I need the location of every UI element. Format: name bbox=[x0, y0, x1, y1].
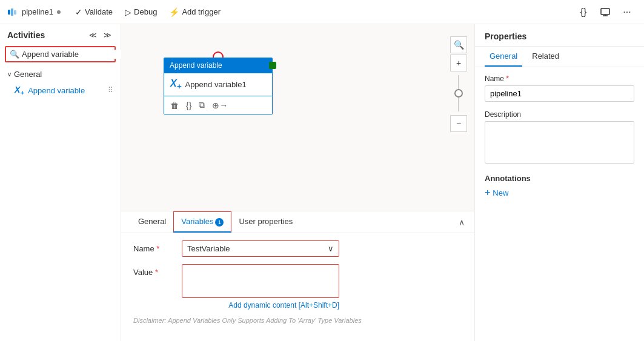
validate-button[interactable]: ✓ Validate bbox=[70, 5, 118, 19]
tab-user-properties[interactable]: User properties bbox=[231, 212, 300, 232]
debug-button[interactable]: ▷ Debug bbox=[120, 5, 162, 19]
sidebar-header-icons: ≪ ≫ bbox=[87, 29, 113, 41]
canvas-area: Append variable X+ Append variable1 🗑 {}… bbox=[121, 24, 474, 341]
name-dropdown[interactable]: TestVariable ∨ bbox=[182, 240, 339, 257]
svg-rect-0 bbox=[8, 10, 10, 15]
tab-general[interactable]: General bbox=[131, 212, 173, 232]
sidebar-category-general[interactable]: ∨ General bbox=[0, 67, 121, 81]
pipeline-icon bbox=[7, 7, 17, 17]
node-success-indicator bbox=[269, 62, 276, 69]
disclaimer-text: Disclaimer: Append Variables Only Suppor… bbox=[133, 317, 462, 324]
svg-rect-2 bbox=[14, 10, 16, 15]
node-body-icon: X+ bbox=[170, 78, 181, 91]
zoom-track bbox=[458, 75, 459, 111]
value-label: Value * bbox=[133, 264, 170, 277]
more-options-button[interactable]: ··· bbox=[617, 2, 637, 22]
debug-icon: ▷ bbox=[125, 7, 131, 17]
drag-handle-icon: ⠿ bbox=[108, 86, 113, 94]
canvas[interactable]: Append variable X+ Append variable1 🗑 {}… bbox=[121, 24, 474, 211]
canvas-body: Append variable X+ Append variable1 🗑 {}… bbox=[121, 24, 474, 211]
value-textarea[interactable] bbox=[182, 264, 339, 298]
pipeline-tab[interactable]: pipeline1 bbox=[22, 7, 61, 16]
node-code-button[interactable]: {} bbox=[185, 99, 193, 111]
props-tab-related[interactable]: Related bbox=[527, 47, 564, 67]
search-canvas-button[interactable]: 🔍 bbox=[450, 36, 467, 53]
dropdown-chevron-icon: ∨ bbox=[328, 244, 334, 253]
main-layout: Activities ≪ ≫ 🔍 ∨ General X+ Append var… bbox=[0, 24, 644, 341]
code-button[interactable]: {} bbox=[574, 2, 593, 22]
pipeline-tab-label: pipeline1 bbox=[22, 7, 53, 16]
props-name-required: * bbox=[506, 74, 509, 83]
chevron-down-icon: ∨ bbox=[7, 71, 12, 78]
bottom-tabs: General Variables1 User properties ∧ bbox=[121, 211, 474, 233]
activity-node: Append variable X+ Append variable1 🗑 {}… bbox=[164, 58, 273, 114]
unsaved-indicator bbox=[57, 10, 61, 14]
toolbar-right: {} ··· bbox=[574, 2, 637, 22]
name-required-star: * bbox=[156, 244, 159, 253]
properties-panel: Properties General Related Name * Descri… bbox=[474, 24, 644, 341]
properties-title: Properties bbox=[475, 24, 644, 47]
sidebar-search-box[interactable]: 🔍 bbox=[5, 46, 116, 62]
toolbar: ✓ Validate ▷ Debug ⚡ Add trigger bbox=[65, 5, 569, 19]
props-name-label: Name * bbox=[485, 74, 634, 83]
name-label: Name * bbox=[133, 240, 170, 253]
zoom-out-button[interactable]: − bbox=[450, 115, 467, 132]
variables-badge: 1 bbox=[215, 218, 224, 227]
validate-icon: ✓ bbox=[75, 7, 82, 17]
svg-rect-1 bbox=[11, 8, 13, 16]
svg-rect-3 bbox=[601, 8, 609, 15]
collapse-right-button[interactable]: ≫ bbox=[101, 29, 113, 41]
zoom-in-button[interactable]: + bbox=[450, 55, 467, 71]
properties-content: Name * Description Annotations + New bbox=[475, 67, 644, 341]
node-header: Append variable bbox=[164, 58, 273, 73]
form-name-row: Name * TestVariable ∨ bbox=[133, 240, 462, 257]
bottom-content: Name * TestVariable ∨ Value * bbox=[121, 233, 474, 331]
node-body[interactable]: X+ Append variable1 bbox=[164, 73, 273, 96]
node-toolbar: 🗑 {} ⧉ ⊕→ bbox=[164, 96, 273, 114]
props-annotations-label: Annotations bbox=[485, 174, 634, 183]
plus-icon: + bbox=[485, 188, 490, 197]
new-annotation-button[interactable]: + New bbox=[485, 188, 508, 197]
dynamic-content-link[interactable]: Add dynamic content [Alt+Shift+D] bbox=[182, 301, 339, 310]
zoom-slider bbox=[450, 75, 467, 111]
collapse-left-button[interactable]: ≪ bbox=[87, 29, 99, 41]
props-description-textarea[interactable] bbox=[485, 121, 634, 164]
node-copy-button[interactable]: ⧉ bbox=[198, 99, 206, 111]
props-name-field: Name * bbox=[485, 74, 634, 102]
props-tab-general[interactable]: General bbox=[485, 47, 522, 67]
props-description-label: Description bbox=[485, 110, 634, 119]
node-arrow-button[interactable]: ⊕→ bbox=[211, 99, 229, 111]
node-delete-button[interactable]: 🗑 bbox=[169, 99, 180, 111]
tab-variables[interactable]: Variables1 bbox=[173, 211, 231, 233]
monitor-button[interactable] bbox=[596, 2, 615, 22]
props-description-field: Description bbox=[485, 110, 634, 165]
trigger-icon: ⚡ bbox=[169, 7, 179, 17]
canvas-controls: 🔍 + − bbox=[450, 36, 467, 132]
props-name-input[interactable] bbox=[485, 85, 634, 102]
value-required-star: * bbox=[155, 268, 158, 277]
append-variable-icon: X+ bbox=[15, 85, 24, 96]
top-bar-left: pipeline1 bbox=[7, 7, 61, 17]
bottom-panel: General Variables1 User properties ∧ Nam… bbox=[121, 211, 474, 341]
sidebar: Activities ≪ ≫ 🔍 ∨ General X+ Append var… bbox=[0, 24, 121, 341]
properties-tabs: General Related bbox=[475, 47, 644, 67]
sidebar-header: Activities ≪ ≫ bbox=[0, 24, 121, 46]
collapse-panel-button[interactable]: ∧ bbox=[459, 217, 465, 227]
search-input[interactable] bbox=[22, 50, 124, 59]
form-value-row: Value * Add dynamic content [Alt+Shift+D… bbox=[133, 264, 462, 310]
sidebar-title: Activities bbox=[7, 30, 45, 40]
add-trigger-button[interactable]: ⚡ Add trigger bbox=[164, 5, 225, 19]
props-annotations-field: Annotations + New bbox=[485, 174, 634, 197]
sidebar-item-append-variable[interactable]: X+ Append variable ⠿ bbox=[0, 81, 121, 100]
zoom-thumb[interactable] bbox=[454, 89, 463, 98]
top-bar: pipeline1 ✓ Validate ▷ Debug ⚡ Add trigg… bbox=[0, 0, 644, 24]
search-icon: 🔍 bbox=[10, 50, 19, 59]
